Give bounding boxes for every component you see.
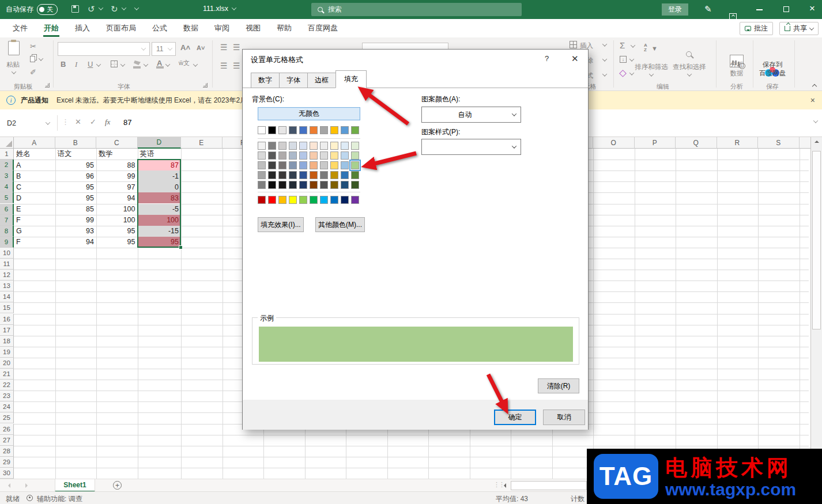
cell-B7[interactable]: 99 (55, 215, 97, 226)
row-header-29[interactable]: 29 (0, 457, 14, 468)
ribbon-tab-页面布局[interactable]: 页面布局 (98, 19, 144, 37)
variant-color-swatch[interactable] (278, 161, 286, 169)
dialog-tab-字体[interactable]: 字体 (279, 73, 308, 88)
column-header-A[interactable]: A (14, 137, 55, 149)
row-header-28[interactable]: 28 (0, 446, 14, 457)
sheet-tab-active[interactable]: Sheet1 (55, 479, 95, 492)
align-middle-icon[interactable]: ☰ (233, 43, 240, 51)
standard-color-swatch[interactable] (341, 196, 349, 204)
cell-C2[interactable]: 88 (96, 160, 138, 170)
cell-A5[interactable]: D (14, 192, 55, 203)
phonetic-guide-icon[interactable]: ẅ文 (179, 60, 190, 66)
cell-C3[interactable]: 99 (96, 170, 138, 181)
dialog-tab-边框[interactable]: 边框 (307, 73, 336, 88)
dialog-tab-数字[interactable]: 数字 (251, 73, 280, 88)
align-center-icon[interactable]: ☰ (233, 62, 240, 70)
cell-D3[interactable]: -1 (138, 170, 182, 181)
cell-D7[interactable]: 100 (138, 215, 182, 226)
cell-A1[interactable]: 姓名 (14, 149, 55, 160)
variant-color-swatch[interactable] (341, 142, 349, 150)
copy-icon[interactable] (30, 56, 35, 62)
fill-effects-button[interactable]: 填充效果(I)... (258, 217, 304, 232)
next-sheet-icon[interactable] (25, 483, 28, 488)
column-header-C[interactable]: C (96, 137, 138, 149)
share-button[interactable]: 共享 (779, 22, 819, 35)
italic-icon[interactable]: I (75, 60, 77, 68)
variant-color-swatch[interactable] (299, 151, 307, 160)
column-header-D[interactable]: D (138, 137, 182, 149)
sort-filter-icon[interactable]: AZ (644, 43, 647, 52)
dialog-close-icon[interactable]: ✕ (571, 54, 579, 64)
variant-color-swatch[interactable] (310, 151, 318, 160)
row-header-13[interactable]: 13 (0, 281, 14, 291)
column-header-S[interactable]: S (758, 137, 800, 149)
cell-D4[interactable]: 0 (138, 181, 182, 192)
redo-icon[interactable]: ↻ (111, 5, 118, 13)
borders-chevron-icon[interactable] (120, 62, 125, 66)
variant-color-swatch[interactable] (299, 142, 307, 150)
row-header-24[interactable]: 24 (0, 401, 14, 412)
variant-color-swatch[interactable] (341, 171, 349, 179)
sort-filter-chevron-icon[interactable] (649, 71, 654, 76)
row-header-19[interactable]: 19 (0, 347, 14, 358)
cell-B3[interactable]: 96 (55, 170, 97, 181)
paste-chevron-icon[interactable] (12, 69, 16, 74)
ribbon-tab-百度网盘[interactable]: 百度网盘 (300, 19, 346, 37)
row-header-25[interactable]: 25 (0, 412, 14, 423)
variant-color-swatch[interactable] (258, 151, 266, 160)
variant-color-swatch[interactable] (299, 171, 307, 179)
variant-color-swatch[interactable] (258, 161, 266, 169)
theme-color-swatch[interactable] (278, 126, 286, 134)
variant-color-swatch[interactable] (268, 181, 276, 189)
cell-A7[interactable]: F (14, 215, 55, 226)
row-header-14[interactable]: 14 (0, 291, 14, 302)
theme-color-swatch[interactable] (351, 126, 359, 134)
comments-button[interactable]: 批注 (740, 22, 773, 35)
variant-color-swatch[interactable] (341, 181, 349, 189)
horizontal-scroll-thumb[interactable] (511, 481, 587, 490)
variant-color-swatch[interactable] (341, 161, 349, 169)
cells-插入-icon[interactable] (570, 41, 577, 48)
undo-chevron-icon[interactable] (99, 5, 103, 10)
variant-color-swatch[interactable] (330, 171, 338, 179)
standard-color-swatch[interactable] (310, 196, 318, 204)
select-all-corner[interactable] (0, 137, 14, 149)
ribbon-tab-审阅[interactable]: 审阅 (206, 19, 237, 37)
theme-color-swatch[interactable] (330, 126, 338, 134)
variant-color-swatch[interactable] (258, 181, 266, 189)
variant-color-swatch[interactable] (268, 171, 276, 179)
cell-A8[interactable]: G (14, 226, 55, 237)
row-header-9[interactable]: 9 (0, 237, 14, 248)
variant-color-swatch[interactable] (268, 151, 276, 160)
underline-icon[interactable]: U (88, 60, 93, 68)
variant-color-swatch[interactable] (330, 151, 338, 160)
variant-color-swatch[interactable] (310, 142, 318, 150)
cell-C6[interactable]: 100 (96, 204, 138, 215)
row-header-10[interactable]: 10 (0, 248, 14, 259)
format-painter-icon[interactable]: ✐ (30, 69, 36, 76)
column-header-Q[interactable]: Q (676, 137, 717, 149)
quick-access-chevron-icon[interactable] (134, 5, 139, 10)
baidu-save-label-2[interactable]: 百度网盘 (755, 69, 790, 78)
cell-B9[interactable]: 94 (55, 237, 97, 248)
collapse-ribbon-icon[interactable] (812, 84, 817, 89)
standard-color-swatch[interactable] (330, 196, 338, 204)
cancel-button[interactable]: 取消 (543, 410, 585, 425)
name-box[interactable]: D2 (0, 115, 58, 131)
column-header-R[interactable]: R (717, 137, 759, 149)
borders-icon[interactable] (111, 60, 118, 67)
row-header-7[interactable]: 7 (0, 215, 14, 226)
theme-color-swatch[interactable] (341, 126, 349, 134)
clear-button[interactable]: 清除(R) (538, 378, 579, 393)
ribbon-tab-视图[interactable]: 视图 (237, 19, 269, 37)
paste-label[interactable]: 粘贴 (6, 60, 20, 69)
fill-down-icon[interactable]: ↓ (620, 56, 627, 63)
variant-color-swatch[interactable] (320, 142, 328, 150)
variant-color-swatch[interactable] (289, 181, 297, 189)
ok-button[interactable]: 确定 (494, 410, 536, 425)
variant-color-swatch[interactable] (299, 181, 307, 189)
cell-B8[interactable]: 93 (55, 226, 97, 237)
document-title[interactable]: 111.xlsx (203, 5, 236, 13)
cell-A9[interactable]: F (14, 237, 55, 248)
clipboard-dialog-launcher-icon[interactable] (45, 83, 50, 88)
